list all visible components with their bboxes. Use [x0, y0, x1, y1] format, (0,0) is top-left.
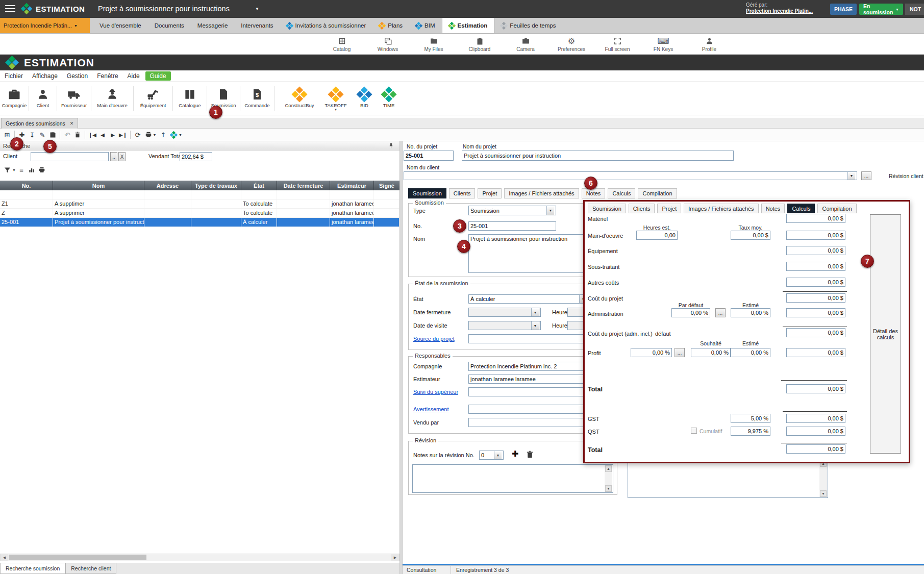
tab-estimation[interactable]: Estimation [442, 18, 495, 33]
qst-rate-field[interactable]: 9,975 % [731, 427, 770, 436]
table-row[interactable]: Z1 A supptimer To calculate jonathan lar… [0, 199, 399, 209]
data-grid-icon[interactable]: ⊞ [2, 130, 12, 140]
chevron-down-icon[interactable]: ▼ [847, 172, 855, 180]
first-record-icon[interactable]: ❙◀ [87, 130, 97, 140]
camera-button[interactable]: Camera [503, 34, 548, 55]
column-header[interactable]: No. [0, 181, 53, 190]
next-record-icon[interactable]: ▶ [108, 130, 118, 140]
horizontal-scrollbar[interactable]: ◀ ▶ [0, 554, 399, 561]
tab-projet[interactable]: Projet [478, 188, 502, 198]
menu-aide[interactable]: Aide [123, 71, 144, 81]
scrollbar-thumb[interactable] [9, 555, 146, 560]
export-icon[interactable]: ↥ [158, 130, 168, 140]
catalog-button[interactable]: Catalog [319, 34, 365, 55]
table-row-selected[interactable]: 25-001 Projet à soumissionner pour instr… [0, 218, 399, 227]
diamond-menu-button[interactable]: ▼ [168, 130, 185, 140]
tab-feuilles-de-temps[interactable]: Feuilles de temps [494, 18, 562, 33]
tab-bim[interactable]: BIM [409, 18, 441, 33]
commande-button[interactable]: $ Commande [240, 82, 274, 115]
column-header[interactable]: Nom [53, 181, 144, 190]
materiel-total-field[interactable]: 0,00 $ [786, 214, 845, 223]
tab-vue-densemble[interactable]: Vue d'ensemble [93, 18, 148, 33]
source-projet-link[interactable]: Source du projet [413, 336, 455, 342]
administration-estime-field[interactable]: 0,00 % [731, 308, 770, 317]
main-doeuvre-button[interactable]: Main d'oeuvre [91, 82, 133, 115]
scroll-left-icon[interactable]: ◀ [1, 554, 8, 561]
date-fermeture-select[interactable]: ▼ [468, 308, 541, 317]
tab-messagerie[interactable]: Messagerie [191, 18, 234, 33]
autres-couts-total-field[interactable]: 0,00 $ [786, 278, 845, 287]
catalogue-button[interactable]: Catalogue [173, 82, 207, 115]
nom-projet-field[interactable]: Projet à soumissionner pour instruction [462, 151, 734, 161]
tab-calculs[interactable]: Calculs [608, 188, 635, 198]
column-header[interactable]: Signé [374, 181, 399, 190]
hamburger-menu-icon[interactable] [5, 5, 15, 12]
compagnie-field[interactable]: Protection Incendie Platinum inc. 2 [468, 362, 589, 371]
add-revision-icon[interactable]: ✚ [512, 449, 518, 459]
textarea-scrollbar[interactable]: ▲▼ [605, 465, 612, 492]
tab-compilation[interactable]: Compilation [638, 188, 677, 198]
tab-soumission[interactable]: Soumission [588, 204, 626, 213]
column-header[interactable]: Adresse [144, 181, 191, 190]
refresh-icon[interactable]: ⟳ [133, 130, 143, 140]
scroll-down-icon[interactable]: ▼ [605, 485, 612, 492]
tab-notes[interactable]: Notes [582, 188, 606, 198]
type-select[interactable]: Soumission▼ [468, 206, 556, 215]
source-projet-field[interactable] [468, 334, 589, 343]
constructbuy-button[interactable]: ConstructBuy [280, 82, 319, 115]
fn-keys-button[interactable]: ⌨ FN Keys [640, 34, 686, 55]
client-search-input[interactable] [31, 152, 109, 161]
fullscreen-button[interactable]: Full screen [594, 34, 640, 55]
tab-plans[interactable]: Plans [372, 18, 409, 33]
import-icon[interactable]: ↧ [27, 130, 37, 140]
cout-adm-total-field[interactable]: 0,00 $ [786, 328, 845, 337]
scroll-up-icon[interactable]: ▲ [605, 465, 612, 472]
administration-defaut-field[interactable]: 0,00 % [671, 308, 710, 317]
vendu-par-field[interactable] [468, 418, 589, 427]
fournisseur-button[interactable]: Fournisseur [57, 82, 91, 115]
nom-textarea[interactable]: Projet à soumissionner pour instruction [468, 234, 589, 273]
suivi-superieur-link[interactable]: Suivi du supérieur [413, 389, 458, 395]
menu-guide[interactable]: Guide [145, 71, 171, 81]
client-button[interactable]: Client [29, 82, 57, 115]
gst-total-field[interactable]: 0,00 $ [786, 414, 845, 423]
list-icon[interactable]: ≡ [16, 165, 27, 175]
cout-projet-total-field[interactable]: 0,00 $ [786, 293, 845, 303]
estimateur-field[interactable]: jonathan laramee laramee [468, 375, 589, 384]
etat-select[interactable]: À calculer▼ [468, 294, 589, 304]
detail-calculs-button[interactable]: Détail des calculs [870, 214, 901, 454]
revision-notes-textarea[interactable]: ▲▼ [412, 464, 613, 493]
project-title[interactable]: Projet à soumissionner pour instructions [98, 5, 230, 13]
equipement-button[interactable]: Équipement [134, 82, 172, 115]
tab-recherche-soumission[interactable]: Recherche soumission [0, 563, 65, 574]
no-projet-field[interactable]: 25-001 [404, 151, 454, 161]
client-clear-button[interactable]: X [118, 152, 126, 161]
menu-fichier[interactable]: Fichier [0, 71, 28, 81]
clipboard-button[interactable]: Clipboard [457, 34, 503, 55]
equipement-total-field[interactable]: 0,00 $ [786, 246, 845, 255]
phase-button[interactable]: PHASE [830, 4, 857, 15]
my-files-button[interactable]: My Files [411, 34, 457, 55]
tab-images-fichiers[interactable]: Images / Fichiers attachés [684, 204, 758, 213]
previous-record-icon[interactable]: ◀ [97, 130, 108, 140]
suivi-superieur-field[interactable] [468, 387, 589, 396]
edit-icon[interactable]: ✎ [37, 130, 47, 140]
no-field[interactable]: 25-001 [468, 221, 556, 231]
delete-icon[interactable] [72, 130, 83, 140]
column-header[interactable]: Estimateur [330, 181, 374, 190]
save-icon[interactable] [47, 130, 58, 140]
profit-defaut-field[interactable]: 0,00 % [631, 348, 672, 357]
compagnie-button[interactable]: Compagnie [0, 82, 29, 115]
delete-revision-icon[interactable] [526, 450, 534, 459]
preferences-button[interactable]: ⚙ Preferences [548, 34, 594, 55]
administration-more-button[interactable]: ... [715, 308, 726, 317]
project-title-caret-icon[interactable]: ▼ [255, 7, 259, 11]
print-button[interactable]: ▼ [143, 130, 158, 140]
administration-total-field[interactable]: 0,00 $ [786, 308, 845, 317]
avertissement-field[interactable] [468, 405, 589, 414]
grand-total-field[interactable]: 0,00 $ [786, 444, 845, 454]
tab-invitations[interactable]: Invitations à soumissionner [280, 18, 373, 33]
tab-clients[interactable]: Clients [449, 188, 476, 198]
managed-by-value[interactable]: Protection Incendie Platin... [746, 8, 813, 14]
total-field[interactable]: 0,00 $ [786, 384, 845, 393]
